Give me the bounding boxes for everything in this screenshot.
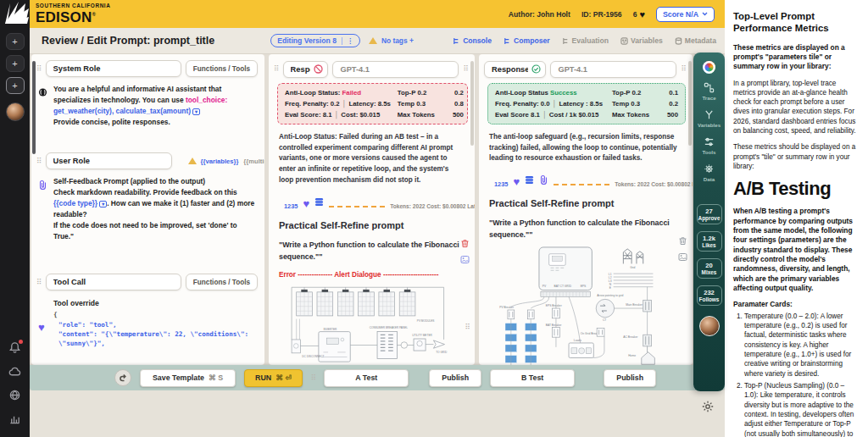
tool-call-title-input[interactable] bbox=[46, 274, 181, 290]
model-b-input[interactable] bbox=[550, 61, 676, 78]
purple-heart-icon[interactable]: ♥ bbox=[513, 175, 520, 188]
tab-variables[interactable]: Variables bbox=[620, 36, 663, 45]
top-p-value: 0.2 bbox=[442, 89, 464, 97]
settings-gear-icon[interactable] bbox=[701, 400, 715, 417]
eps-breaker-label: EPS Breaker bbox=[545, 304, 562, 307]
run-button[interactable]: RUN⌘ ⏎ bbox=[244, 369, 303, 387]
approve-badge[interactable]: 27Approve bbox=[697, 204, 722, 224]
publish-a-button[interactable]: Publish bbox=[429, 369, 481, 387]
add-tags-link[interactable]: No tags + bbox=[381, 36, 414, 45]
score-dropdown[interactable]: Score N/A bbox=[656, 7, 715, 22]
drag-handle-icon[interactable]: ⠿ bbox=[465, 324, 470, 331]
main-breaker-label: Main Breaker bbox=[626, 303, 643, 307]
functions-tools-button[interactable]: Functions / Tools bbox=[186, 60, 258, 77]
column-scrollbar[interactable] bbox=[470, 61, 474, 146]
top-p-label: Top-P 0.2 bbox=[612, 89, 649, 97]
version-pill[interactable]: Editing Version 8 ⋮ bbox=[270, 34, 360, 47]
svg-text:E: E bbox=[609, 286, 611, 290]
likes-badge[interactable]: 1.2kLikes bbox=[697, 231, 722, 252]
b-test-button[interactable]: B Test bbox=[490, 369, 575, 387]
drag-handle-icon[interactable]: ⠿ bbox=[274, 65, 279, 73]
drag-handle-icon[interactable]: ⠿ bbox=[311, 374, 316, 382]
purple-heart-icon[interactable]: ♥ bbox=[303, 197, 309, 210]
expand-icon[interactable]: ▾ bbox=[192, 108, 200, 115]
dc-disconnect-label: DC DISCONNECT bbox=[302, 354, 324, 357]
trash-icon[interactable] bbox=[460, 239, 470, 248]
copilot-icon[interactable] bbox=[703, 61, 715, 74]
column-scrollbar[interactable] bbox=[688, 61, 692, 146]
heart-icon[interactable]: ♥ bbox=[639, 9, 645, 19]
drag-handle-icon[interactable]: ⠿ bbox=[681, 65, 686, 73]
likes-counter[interactable]: 6 ♥ bbox=[633, 9, 645, 19]
variables-chip[interactable]: {{variables}} bbox=[201, 158, 239, 165]
freq-latency: Freq. Penalty: 0.2│Latency: 8.5s bbox=[285, 100, 391, 108]
new-item-button[interactable]: + bbox=[6, 55, 25, 72]
score-label: Score N/A bbox=[663, 10, 698, 19]
max-tokens-label: Max Tokens bbox=[398, 111, 435, 119]
tab-console[interactable]: Console bbox=[453, 36, 492, 45]
mixes-badge[interactable]: 20Mixes bbox=[697, 258, 722, 279]
publish-b-button[interactable]: Publish bbox=[604, 369, 656, 387]
rail-item-data[interactable]: Data bbox=[704, 163, 715, 182]
user-role-title-input[interactable] bbox=[46, 152, 172, 169]
ab-testing-intro: When A/B testing a prompt's performance … bbox=[733, 207, 860, 293]
tab-metadata[interactable]: Metadata bbox=[675, 36, 716, 45]
code-type-chip[interactable]: {{code type}} bbox=[53, 199, 97, 207]
undo-button[interactable] bbox=[114, 369, 131, 386]
save-template-button[interactable]: Save Template⌘ S bbox=[140, 369, 236, 387]
tree-icon bbox=[504, 37, 511, 45]
prompt-quote: "Write a Python function to calculate th… bbox=[269, 230, 475, 263]
ab-testing-heading: A/B Testing bbox=[733, 178, 860, 200]
drag-handle-icon[interactable]: ⠿ bbox=[463, 65, 468, 73]
bat-breaker-label: BAT Breaker bbox=[545, 324, 561, 327]
image-icon[interactable] bbox=[460, 255, 470, 264]
tab-composer[interactable]: Composer bbox=[504, 36, 550, 45]
model-a-input[interactable] bbox=[332, 61, 459, 78]
drag-handle-icon[interactable]: ⠿ bbox=[36, 158, 42, 165]
follows-badge[interactable]: 232Follows bbox=[697, 285, 722, 306]
functions-tools-button[interactable]: Functions / Tools bbox=[186, 274, 258, 290]
notifications-bell-icon[interactable] bbox=[8, 341, 21, 354]
system-role-title-input[interactable] bbox=[46, 60, 181, 77]
new-item-button[interactable]: + bbox=[6, 33, 25, 50]
user-avatar[interactable] bbox=[699, 316, 720, 336]
variables-branch-icon bbox=[704, 109, 715, 120]
bar-chart-icon[interactable] bbox=[8, 412, 21, 425]
tool-choice-token[interactable]: tool_choice: bbox=[186, 96, 227, 104]
paperclip-icon[interactable] bbox=[38, 176, 48, 242]
user-avatar[interactable] bbox=[6, 102, 25, 121]
anti-loop-status: Anti-Loop Status: Failed bbox=[285, 89, 391, 97]
paperclip-icon[interactable] bbox=[539, 173, 548, 188]
trash-icon[interactable] bbox=[678, 236, 687, 246]
function-links[interactable]: get_weather(city), calculate_tax(amount) bbox=[53, 107, 191, 115]
drag-handle-icon[interactable]: ⠿ bbox=[36, 65, 42, 73]
image-icon[interactable] bbox=[678, 252, 687, 262]
cloud-icon[interactable] bbox=[8, 365, 21, 378]
rail-item-trace[interactable]: Trace bbox=[702, 82, 715, 101]
new-item-button-active[interactable]: + bbox=[6, 77, 25, 94]
inverter-label: INVERTER bbox=[323, 327, 337, 330]
docs-paragraph: In a prompt library, top-level trace met… bbox=[733, 79, 860, 136]
eval-cost: Eval Score: 8.1│Cost: $0.015 bbox=[285, 111, 391, 119]
user-role-body: Self-Feedback Prompt (applied to the out… bbox=[31, 173, 264, 249]
database-stack-icon[interactable] bbox=[525, 173, 534, 188]
a-test-button[interactable]: A Test bbox=[324, 369, 409, 387]
drag-handle-icon[interactable]: ⠿ bbox=[36, 279, 42, 286]
rail-item-tools[interactable]: Tools bbox=[702, 136, 715, 155]
rail-item-variables[interactable]: Variables bbox=[698, 109, 721, 128]
max-tokens-label: Max Tokens bbox=[612, 111, 649, 119]
globe-mesh-icon[interactable] bbox=[8, 389, 21, 401]
database-stack-icon[interactable] bbox=[314, 195, 324, 210]
user-role-line4: If the code does not need to be improved… bbox=[53, 220, 256, 242]
code-line: "role": "tool", bbox=[53, 320, 256, 329]
multimedia-chip[interactable]: {{multimedia}} bbox=[243, 158, 264, 165]
tokens-caption: Tokens: 2022 Cost: $0.00802 Latency: 122… bbox=[615, 181, 693, 188]
grid-label: Grid bbox=[630, 267, 635, 270]
purple-heart-icon[interactable]: ♥ bbox=[38, 297, 48, 349]
column-scrollbar[interactable] bbox=[32, 61, 36, 154]
sce-starburst-logo[interactable] bbox=[0, 0, 30, 28]
kebab-menu-icon[interactable]: ⋮ bbox=[342, 37, 353, 45]
tokens-caption: Tokens: 2022 Cost: $0.00802 Latency: 122… bbox=[390, 203, 475, 210]
tab-evaluation[interactable]: Evaluation bbox=[562, 36, 609, 45]
expand-icon[interactable]: ▾ bbox=[99, 201, 107, 207]
